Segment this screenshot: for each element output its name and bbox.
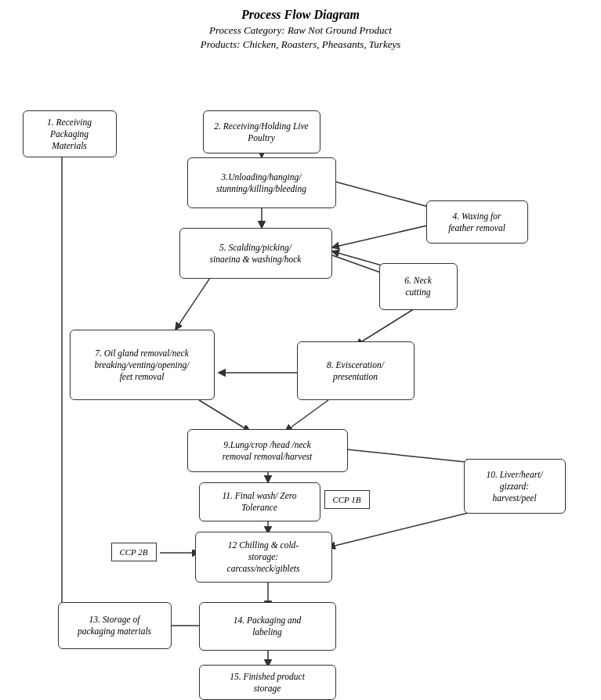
- box-1: 1. Receiving Packaging Materials: [23, 110, 117, 157]
- box-15: 15. Finished product storage: [199, 665, 336, 700]
- box-11: 11. Final wash/ Zero Tolerance: [199, 482, 320, 521]
- box-12: 12 Chilling & cold- storage: carcass/nec…: [195, 532, 332, 583]
- svg-line-2: [332, 181, 434, 208]
- box-6: 6. Neck cutting: [379, 263, 458, 310]
- box-10: 10. Liver/heart/ gizzard: harvest/peel: [464, 459, 566, 514]
- box-4: 4. Waxing for feather removal: [426, 200, 528, 244]
- box-3: 3.Unloading/hanging/ stunning/killing/bl…: [187, 157, 336, 208]
- page: Process Flow Diagram Process Category: R…: [0, 0, 601, 700]
- svg-line-7: [176, 271, 215, 330]
- box-5: 5. Scalding/picking/ sinaeina & washing/…: [179, 228, 332, 279]
- svg-line-4: [332, 224, 434, 247]
- box-9: 9.Lung/crop /head /neck removal removal/…: [187, 429, 348, 472]
- svg-line-10: [285, 400, 328, 431]
- page-subtitle: Process Category: Raw Not Ground Product…: [16, 23, 585, 52]
- ccp-2b-label: CCP 2B: [111, 543, 157, 561]
- page-title: Process Flow Diagram: [16, 8, 585, 22]
- box-8: 8. Evisceration/ presentation: [297, 341, 415, 400]
- svg-line-8: [356, 306, 418, 345]
- process-flow-diagram: 1. Receiving Packaging Materials 2. Rece…: [19, 63, 583, 700]
- box-2: 2. Receiving/Holding Live Poultry: [203, 110, 320, 153]
- box-13: 13. Storage of packaging materials: [58, 602, 172, 649]
- ccp-1b-label: CCP 1B: [324, 490, 370, 509]
- svg-line-11: [199, 400, 250, 431]
- box-14: 14. Packaging and labeling: [199, 602, 336, 651]
- box-7: 7. Oil gland removal/neck breaking/venti…: [70, 330, 215, 400]
